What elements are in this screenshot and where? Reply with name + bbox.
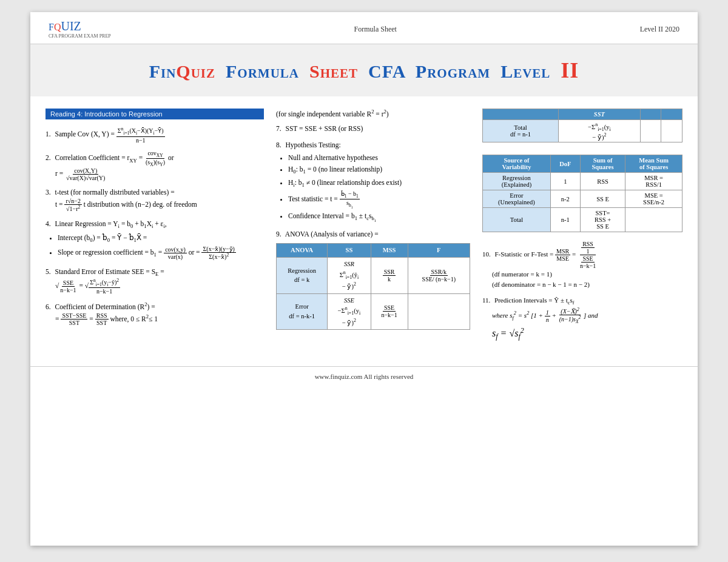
anova-summary-table: Source ofVariability DoF Sum ofSquares M… (482, 155, 682, 232)
title-cfa: CFA (368, 61, 405, 81)
logo-f: F (49, 22, 54, 33)
summary-col-1: Source ofVariability (483, 155, 551, 173)
sst-table: SST Totaldf = n-1 −Σni=1(yi − ȳ)2 (482, 109, 682, 142)
summary-row-error: Error(Unexplained) n-2 SS E MSE =SSE/n-2 (483, 190, 682, 208)
logo: FQUIZ CFA PROGRAM EXAM PREP (49, 19, 111, 39)
formula-5: 5. Standard Error of Estimate SEE = SE =… (46, 267, 264, 295)
anova-col-header-2: SS (328, 244, 371, 258)
page: FQUIZ CFA PROGRAM EXAM PREP Formula Shee… (30, 12, 698, 546)
middle-column: (for single independent variable R2 = r2… (276, 109, 470, 348)
title-program: Program (416, 61, 490, 81)
anova-col-header-1: ANOVA (277, 244, 328, 258)
title-fin: Fin (149, 61, 177, 81)
footer: www.finquiz.com All rights reserved (30, 366, 698, 386)
anova-row-regression: Regressiondf = k SSR Σni=1(ŷi − ȳ)2 SSR … (277, 258, 470, 293)
summary-col-2: DoF (550, 155, 580, 173)
formula-2: 2. Correlation Coefficient = rXY = covXY… (46, 150, 264, 182)
anova-row-error: Errordf = n-k-1 SSE −Σni=1(yi − ȳ)2 SSE … (277, 293, 470, 329)
left-column: Reading 4: Introduction to Regression 1.… (46, 109, 264, 348)
sst-header-1 (483, 109, 559, 120)
formula-10: 10. F-Statistic or F-Test = MSR MSE = RS… (482, 241, 682, 289)
formula-11: 11. Prediction Intervals = Ŷ ± tcsf wher… (482, 295, 682, 342)
summary-row-regression: Regression(Explained) 1 RSS MSR =RSS/1 (483, 173, 682, 190)
sst-header-4 (661, 109, 682, 120)
formula-4: 4. Linear Regression = Yi = b0 + b1Xi + … (46, 219, 264, 261)
formula-3: 3. t-test (for normally distributed vari… (46, 187, 264, 213)
logo-q: Q (54, 22, 61, 33)
footer-text: www.finquiz.com All rights reserved (315, 373, 414, 380)
title-quiz: Quiz (176, 61, 215, 81)
title-level: Level (500, 61, 550, 81)
logo-sub: CFA PROGRAM EXAM PREP (49, 33, 111, 39)
r-squared-note: (for single independent variable R2 = r2… (276, 109, 470, 118)
formula-6: 6. Coefficient of Determination (R2) = =… (46, 301, 264, 326)
logo-quiz: UIZ (61, 19, 81, 33)
reading-header: Reading 4: Introduction to Regression (46, 109, 264, 119)
formula-1: 1. Sample Cov (X, Y) = Σni=1(Xi−X̄)(Yi−Ȳ… (46, 127, 264, 144)
anova-col-header-3: MSS (371, 244, 408, 258)
formula-7: 7. SST = SSE + SSR (or RSS) (276, 124, 470, 134)
header: FQUIZ CFA PROGRAM EXAM PREP Formula Shee… (30, 12, 698, 44)
title-bar: FinQuiz Formula Sheet CFA Program Level … (30, 44, 698, 96)
anova-table: ANOVA SS MSS F Regressiondf = k SSR Σni=… (276, 243, 470, 330)
summary-col-4: Mean Sumof Squares (625, 155, 682, 173)
header-level: Level II 2020 (640, 25, 679, 34)
title-ii: II (561, 58, 579, 82)
right-column: SST Totaldf = n-1 −Σni=1(yi − ȳ)2 (482, 109, 682, 348)
sst-header-2: SST (559, 109, 641, 120)
summary-row-total: Total n-1 SST=RSS +SS E (483, 208, 682, 232)
main-title: FinQuiz Formula Sheet CFA Program Level … (49, 58, 679, 83)
summary-col-3: Sum ofSquares (580, 155, 625, 173)
header-title: Formula Sheet (354, 25, 397, 34)
formula-9: 9. ANOVA (Analysis of variance) = ANOVA … (276, 229, 470, 330)
anova-col-header-4: F (408, 244, 470, 258)
title-formula: Formula (226, 61, 299, 81)
title-sheet: Sheet (309, 61, 358, 81)
sst-header-3 (640, 109, 661, 120)
sst-row-total: Totaldf = n-1 −Σni=1(yi − ȳ)2 (483, 120, 682, 142)
formula-8: 8. Hypothesis Testing: Null and Alternat… (276, 140, 470, 223)
content-area: Reading 4: Introduction to Regression 1.… (30, 96, 698, 360)
